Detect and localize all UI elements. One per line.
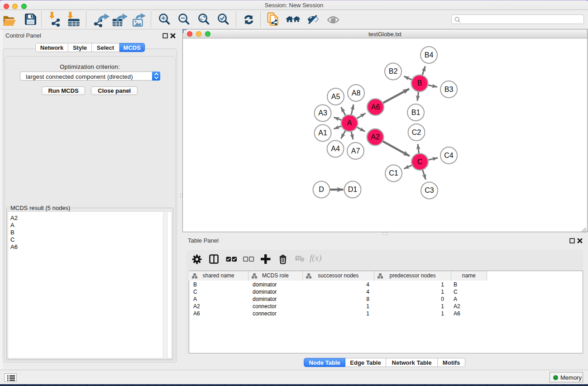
svg-text:C3: C3 [425, 186, 434, 194]
svg-text:A1: A1 [318, 129, 327, 137]
svg-text:B2: B2 [389, 67, 398, 75]
svg-text:A5: A5 [331, 93, 340, 100]
svg-text:B3: B3 [445, 86, 454, 93]
svg-text:D: D [319, 186, 324, 193]
svg-text:A4: A4 [331, 145, 340, 152]
svg-text:C: C [417, 158, 423, 166]
svg-text:B: B [417, 79, 422, 87]
svg-text:A7: A7 [351, 147, 360, 155]
svg-text:A: A [347, 119, 352, 127]
svg-text:A8: A8 [352, 89, 361, 97]
svg-text:B1: B1 [411, 109, 421, 116]
svg-text:A3: A3 [318, 109, 327, 117]
svg-text:D1: D1 [348, 186, 358, 193]
svg-text:A2: A2 [371, 133, 380, 141]
svg-text:A6: A6 [371, 103, 380, 111]
svg-text:C1: C1 [389, 169, 398, 177]
svg-text:C4: C4 [444, 152, 454, 159]
svg-text:C2: C2 [412, 129, 421, 136]
svg-text:B4: B4 [425, 51, 434, 59]
